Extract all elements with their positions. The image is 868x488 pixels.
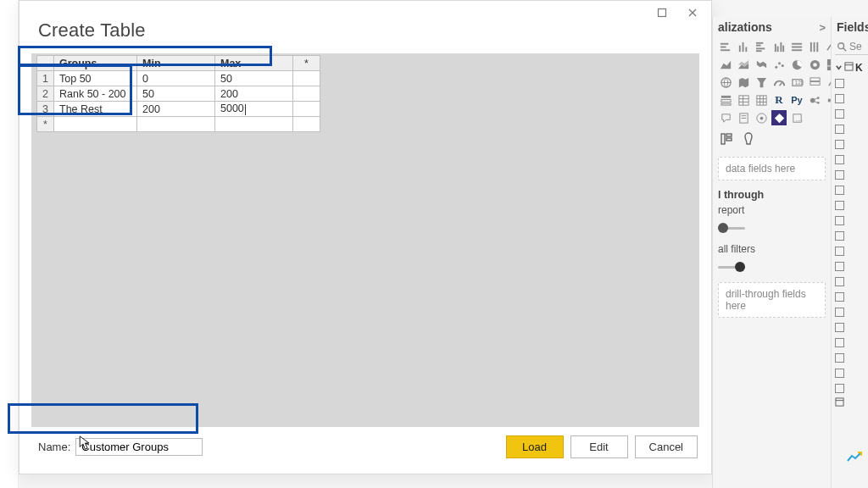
maximize-button[interactable]	[652, 4, 672, 21]
field-item[interactable]	[835, 75, 868, 91]
multi-row-card-icon[interactable]	[807, 75, 822, 90]
field-item[interactable]	[835, 91, 868, 106]
cell-min[interactable]: 50	[137, 86, 215, 102]
checkbox-icon	[835, 170, 844, 180]
cell-groups[interactable]: The Rest	[54, 102, 137, 117]
donut-chart-icon[interactable]	[807, 57, 822, 72]
cell-empty[interactable]	[215, 117, 293, 132]
stacked-column-100-icon[interactable]	[807, 39, 822, 54]
collapse-pane-icon[interactable]: >	[819, 21, 826, 34]
edit-button[interactable]: Edit	[570, 435, 628, 458]
cell-groups[interactable]: Top 50	[54, 71, 137, 86]
close-button[interactable]	[682, 4, 703, 21]
field-item[interactable]	[835, 350, 868, 365]
field-item[interactable]	[835, 106, 868, 121]
paginated-report-icon[interactable]	[736, 110, 751, 125]
col-header-max[interactable]: Max	[215, 56, 293, 71]
cell-empty[interactable]	[293, 102, 320, 117]
matrix-icon[interactable]	[754, 92, 769, 108]
svg-rect-16	[791, 46, 801, 47]
text-caret	[245, 104, 246, 115]
field-item[interactable]	[835, 136, 868, 152]
r-visual-icon[interactable]: R	[771, 92, 787, 108]
field-item[interactable]	[835, 121, 868, 136]
arcgis-icon[interactable]	[754, 110, 769, 125]
field-item[interactable]	[835, 197, 868, 213]
drillthrough-fieldwell[interactable]: drill-through fields here	[718, 282, 826, 318]
field-item[interactable]	[835, 167, 868, 182]
pie-chart-icon[interactable]	[789, 57, 804, 72]
cross-report-toggle[interactable]	[718, 221, 745, 235]
stacked-area-icon[interactable]	[736, 57, 751, 72]
map-icon[interactable]	[718, 75, 733, 90]
checkbox-icon	[835, 109, 844, 119]
fields-search[interactable]: Se	[835, 39, 868, 55]
cell-min[interactable]: 200	[137, 102, 215, 117]
col-header-add[interactable]: *	[293, 56, 320, 71]
checkbox-icon	[835, 201, 844, 210]
col-header-groups[interactable]: Groups	[54, 56, 137, 71]
checkbox-icon	[835, 292, 844, 302]
clustered-column-icon[interactable]	[771, 39, 787, 54]
field-item[interactable]	[835, 396, 868, 411]
cell-max[interactable]: 50	[215, 71, 293, 86]
checkbox-icon	[835, 262, 844, 271]
area-chart-icon[interactable]	[718, 57, 733, 72]
field-item[interactable]	[835, 304, 868, 319]
stacked-bar-100-icon[interactable]	[789, 39, 804, 54]
cell-empty[interactable]	[293, 117, 320, 132]
field-item[interactable]	[835, 258, 868, 274]
field-item[interactable]	[835, 182, 868, 197]
col-header-min[interactable]: Min	[137, 56, 215, 71]
funnel-icon[interactable]	[754, 75, 769, 90]
slicer-icon[interactable]	[718, 92, 733, 108]
cell-empty[interactable]	[293, 86, 320, 102]
stacked-bar-icon[interactable]	[718, 39, 733, 54]
qa-visual-icon[interactable]	[718, 110, 733, 125]
card-icon[interactable]: 123	[789, 75, 804, 90]
field-item[interactable]	[835, 289, 868, 304]
data-entry-table[interactable]: Groups Min Max * 1 Top 50 0 50 2 Rank 50…	[36, 55, 320, 132]
cell-empty[interactable]	[54, 117, 137, 132]
filled-map-icon[interactable]	[736, 75, 751, 90]
table-visual-icon[interactable]	[736, 92, 751, 108]
field-item[interactable]	[835, 243, 868, 258]
cancel-button[interactable]: Cancel	[635, 435, 698, 458]
ribbon-chart-icon[interactable]	[754, 57, 769, 72]
import-visual-icon[interactable]: …	[789, 110, 804, 125]
key-influencers-icon[interactable]	[807, 92, 822, 108]
gauge-icon[interactable]	[771, 75, 787, 90]
row-number[interactable]: 3	[37, 102, 54, 117]
field-item[interactable]	[835, 365, 868, 380]
cell-empty[interactable]	[293, 71, 320, 86]
values-fieldwell[interactable]: data fields here	[718, 157, 826, 180]
cell-max[interactable]: 200	[215, 86, 293, 102]
fields-tab-icon[interactable]	[720, 132, 733, 148]
field-item[interactable]	[835, 274, 868, 289]
cell-min[interactable]: 0	[137, 71, 215, 86]
keep-filters-toggle[interactable]	[718, 260, 745, 274]
field-item[interactable]	[835, 152, 868, 167]
cell-groups[interactable]: Rank 50 - 200	[54, 86, 137, 102]
field-item[interactable]	[835, 335, 868, 350]
cell-empty[interactable]	[137, 117, 215, 132]
format-tab-icon[interactable]	[742, 132, 755, 148]
table-name-input[interactable]	[75, 438, 203, 456]
stacked-column-icon[interactable]	[736, 39, 751, 54]
new-row-marker[interactable]: *	[37, 117, 54, 132]
load-button[interactable]: Load	[506, 435, 564, 458]
cell-max-editing[interactable]: 5000	[215, 102, 293, 117]
power-apps-visual-icon[interactable]	[771, 110, 787, 125]
field-item[interactable]	[835, 228, 868, 243]
row-number[interactable]: 1	[37, 71, 54, 86]
field-item[interactable]	[835, 380, 868, 396]
scatter-chart-icon[interactable]	[771, 57, 787, 72]
table-node[interactable]: K	[835, 60, 868, 75]
row-number[interactable]: 2	[37, 86, 54, 102]
svg-rect-36	[810, 81, 819, 85]
python-visual-icon[interactable]: Py	[789, 92, 804, 108]
clustered-bar-icon[interactable]	[754, 39, 769, 54]
field-item[interactable]	[835, 319, 868, 335]
visualizations-title: alizations	[718, 20, 772, 34]
field-item[interactable]	[835, 213, 868, 228]
